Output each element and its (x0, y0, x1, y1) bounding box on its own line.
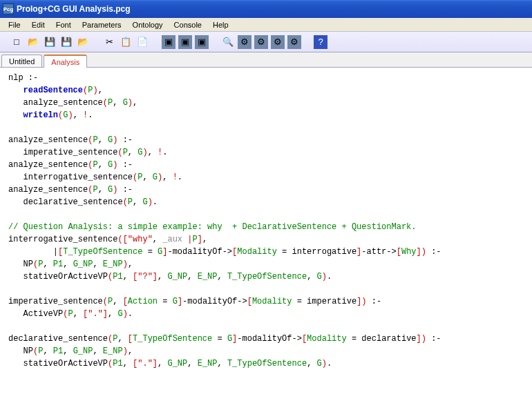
menu-console[interactable]: Console (169, 19, 207, 30)
code-line: NP(P, P1, G_NP, E_NP), (8, 258, 524, 271)
new-button[interactable]: □ (10, 35, 23, 49)
tab-untitled[interactable]: Untitled (1, 55, 42, 67)
code-line (8, 208, 524, 221)
code-line: nlp :- (8, 72, 524, 84)
run1-icon: ▣ (164, 37, 173, 47)
cut-button[interactable]: ✂ (102, 35, 116, 49)
save-all-button[interactable]: 💾 (59, 35, 73, 49)
tabbar: UntitledAnalysis (0, 52, 532, 68)
code-line: declarative_sentence(P, G). (8, 196, 524, 208)
tool1-button[interactable]: ⚙ (238, 35, 251, 49)
paste-icon: 📄 (137, 37, 148, 47)
run3-icon: ▣ (198, 37, 206, 47)
code-editor[interactable]: nlp :- readSentence(P), analyze_sentence… (0, 68, 532, 403)
open-icon: 📂 (28, 37, 39, 47)
save-all-icon: 💾 (61, 37, 72, 47)
code-line: imperative_sentence(P, [Action = G]-moda… (8, 295, 524, 308)
toolbar: □📂💾💾📂✂📋📄▣▣▣🔍⚙⚙⚙⚙? (0, 32, 532, 52)
app-icon: Pcg (3, 3, 14, 14)
menu-ontology[interactable]: Ontology (127, 19, 169, 30)
code-line: imperative_sentence(P, G), !. (8, 146, 524, 159)
code-line (8, 320, 524, 333)
tool4-button[interactable]: ⚙ (287, 35, 301, 49)
save-button[interactable]: 💾 (43, 35, 57, 49)
code-line: |[T_TypeOfSentence = G]-modalityOf->[Mod… (8, 246, 524, 258)
code-line: readSentence(P), (8, 84, 524, 97)
new-icon: □ (14, 37, 19, 47)
run3-button[interactable]: ▣ (195, 35, 209, 49)
window-title: Prolog+CG GUI Analysis.pcg (17, 4, 131, 14)
tool1-icon: ⚙ (240, 37, 249, 47)
run1-button[interactable]: ▣ (162, 35, 175, 49)
copy-button[interactable]: 📋 (119, 35, 133, 49)
window-titlebar: Pcg Prolog+CG GUI Analysis.pcg (0, 0, 532, 18)
help-icon: ? (318, 37, 323, 47)
code-line: analyze_sentence(P, G) :- (8, 184, 524, 196)
code-line: declarative_sentence(P, [T_TypeOfSentenc… (8, 333, 524, 345)
save-icon: 💾 (44, 37, 55, 47)
code-line: analyze_sentence(P, G) :- (8, 134, 524, 146)
menu-edit[interactable]: Edit (26, 19, 50, 30)
code-line (8, 121, 524, 134)
code-line: writeln(G), !. (8, 109, 524, 121)
find-button[interactable]: 🔍 (221, 35, 235, 49)
code-line: NP(P, P1, G_NP, E_NP), (8, 345, 524, 357)
tool2-button[interactable]: ⚙ (254, 35, 268, 49)
code-line: analyze_sentence(P, G) :- (8, 159, 524, 171)
run2-icon: ▣ (181, 37, 189, 47)
tool3-icon: ⚙ (274, 37, 282, 47)
menubar: FileEditFontParametersOntologyConsoleHel… (0, 18, 532, 32)
tab-analysis[interactable]: Analysis (44, 55, 87, 68)
find-icon: 🔍 (222, 37, 234, 47)
tool2-icon: ⚙ (257, 37, 265, 47)
open-button[interactable]: 📂 (26, 35, 40, 49)
open2-button[interactable]: 📂 (76, 35, 90, 49)
menu-help[interactable]: Help (207, 19, 234, 30)
help-button[interactable]: ? (314, 35, 327, 49)
code-line (8, 283, 524, 295)
open2-icon: 📂 (77, 37, 88, 47)
code-line: ActiveVP(P, ["."], G). (8, 308, 524, 320)
cut-icon: ✂ (106, 37, 113, 47)
code-line: stativeOrActiveVP(P1, ["."], G_NP, E_NP,… (8, 357, 524, 370)
menu-parameters[interactable]: Parameters (77, 19, 127, 30)
copy-icon: 📋 (120, 37, 131, 47)
paste-button[interactable]: 📄 (135, 35, 149, 49)
tool3-button[interactable]: ⚙ (271, 35, 285, 49)
tool4-icon: ⚙ (290, 37, 298, 47)
menu-font[interactable]: Font (50, 19, 77, 30)
code-line: interrogative_sentence(P, G), !. (8, 171, 524, 184)
code-line: interrogative_sentence(["why", _aux |P], (8, 233, 524, 246)
run2-button[interactable]: ▣ (178, 35, 192, 49)
code-line: analyze_sentence(P, G), (8, 97, 524, 109)
code-line: stativeOrActiveVP(P1, ["?"], G_NP, E_NP,… (8, 271, 524, 283)
menu-file[interactable]: File (3, 19, 26, 30)
code-line: // Question Analysis: a simple example: … (8, 221, 524, 233)
